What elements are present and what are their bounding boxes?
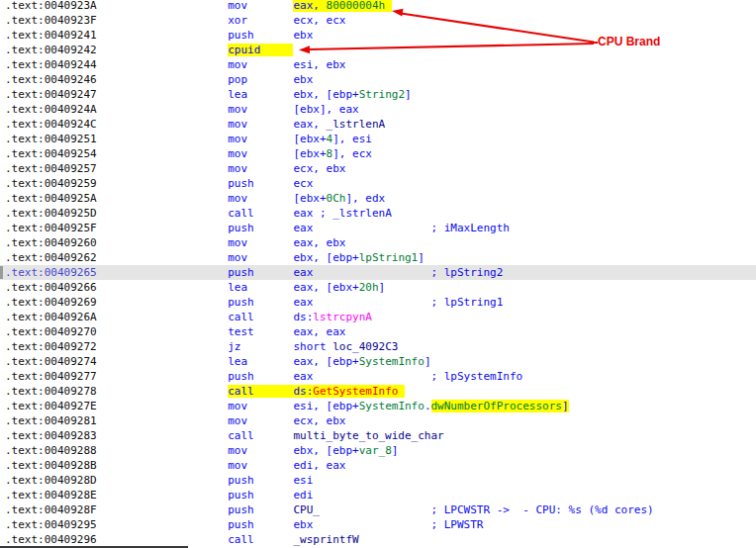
token: mov bbox=[228, 0, 293, 12]
token: ; LPWSTR bbox=[430, 518, 483, 531]
token: 0Ch bbox=[327, 192, 346, 205]
disasm-line[interactable]: .text:00409269 push eax ; lpString1 bbox=[0, 295, 756, 310]
token: mov bbox=[228, 118, 293, 131]
token: push bbox=[228, 489, 293, 502]
token: call bbox=[228, 311, 293, 323]
token: .text:00409262 bbox=[5, 251, 228, 264]
token: ; _lstrlenA bbox=[320, 207, 392, 220]
token: eax, [ebp+ bbox=[293, 355, 358, 368]
disasm-line[interactable]: .text:00409260 mov eax, ebx bbox=[0, 235, 756, 250]
token: eax, ebx bbox=[293, 236, 345, 249]
disasm-line[interactable]: .text:0040928E push edi bbox=[0, 488, 756, 502]
token: push bbox=[228, 222, 293, 234]
token: esi, ebx bbox=[293, 58, 345, 71]
token: [ebx+ bbox=[293, 133, 326, 145]
disassembly-listing: .text:0040923A mov eax, 80000004h .text:… bbox=[0, 0, 756, 547]
token: push bbox=[228, 518, 293, 531]
token: ebx bbox=[293, 518, 430, 531]
token: mov bbox=[228, 444, 293, 457]
token: eax bbox=[293, 296, 430, 309]
token: ecx, ebx bbox=[293, 162, 345, 175]
disasm-line[interactable]: .text:00409272 jz short loc_4092C3 bbox=[0, 339, 756, 354]
token: .text:00409296 bbox=[5, 533, 228, 546]
disasm-line[interactable]: .text:00409247 lea ebx, [ebp+String2] bbox=[0, 87, 756, 102]
highlighted-token: ds: bbox=[293, 385, 313, 398]
token: .text:0040924A bbox=[5, 103, 228, 116]
token: ds: bbox=[293, 311, 313, 323]
disasm-line[interactable]: .text:00409257 mov ecx, ebx bbox=[0, 161, 756, 176]
token: ebx, [ebp+ bbox=[293, 251, 358, 264]
disasm-line[interactable]: .text:00409278 call ds:GetSystemInfo bbox=[0, 384, 756, 399]
disasm-line[interactable]: .text:00409281 mov ecx, ebx bbox=[0, 413, 756, 428]
disasm-line[interactable]: .text:0040925D call eax ; _lstrlenA bbox=[0, 206, 756, 221]
disasm-line[interactable]: .text:0040928B mov edi, eax bbox=[0, 458, 756, 473]
disasm-line[interactable]: .text:0040923F xor ecx, ecx bbox=[0, 13, 756, 28]
token: .text:0040927E bbox=[5, 400, 228, 412]
token: .text:00409251 bbox=[5, 133, 228, 145]
disasm-line[interactable]: .text:00409259 push ecx bbox=[0, 176, 756, 191]
token: mov bbox=[228, 459, 293, 472]
token: esi, [ebp+ bbox=[293, 400, 358, 412]
token: push bbox=[228, 177, 293, 190]
disasm-line[interactable]: .text:0040925A mov [ebx+0Ch], edx bbox=[0, 191, 756, 206]
token: eax, eax bbox=[293, 325, 345, 338]
disasm-line[interactable]: .text:0040925F push eax ; iMaxLength bbox=[0, 221, 756, 235]
token: _wsprintfW bbox=[293, 533, 358, 546]
token: .text:0040925F bbox=[5, 222, 228, 234]
disasm-line[interactable]: .text:00409277 push eax ; lpSystemInfo bbox=[0, 369, 756, 384]
disasm-line[interactable]: .text:00409254 mov [ebx+8], ecx bbox=[0, 146, 756, 161]
token: mov bbox=[228, 251, 293, 264]
token: SystemInfo bbox=[359, 355, 425, 368]
token: multi_byte_to_wide_char bbox=[293, 429, 443, 442]
token: mov bbox=[228, 162, 293, 175]
token: .text:0040924C bbox=[5, 118, 228, 131]
highlighted-token: GetSystemInfo bbox=[313, 385, 405, 398]
token: CPU_ bbox=[293, 503, 320, 516]
token: push bbox=[228, 370, 293, 383]
disasm-line[interactable]: .text:00409274 lea eax, [ebp+SystemInfo] bbox=[0, 354, 756, 369]
token: String2 bbox=[359, 88, 405, 101]
disasm-line[interactable]: .text:00409283 call multi_byte_to_wide_c… bbox=[0, 428, 756, 443]
token: ] bbox=[379, 281, 386, 294]
token: ] bbox=[425, 355, 431, 368]
disasm-line[interactable]: .text:00409266 lea eax, [ebx+20h] bbox=[0, 280, 756, 295]
disasm-line[interactable]: .text:00409244 mov esi, ebx bbox=[0, 57, 756, 72]
disasm-line[interactable]: .text:00409288 mov ebx, [ebp+var_8] bbox=[0, 443, 756, 458]
disasm-line[interactable]: .text:0040928D push esi bbox=[0, 473, 756, 488]
token: ] bbox=[392, 444, 399, 457]
disasm-line[interactable]: .text:0040924A mov [ebx], eax bbox=[0, 102, 756, 117]
disasm-line[interactable]: .text:0040923A mov eax, 80000004h bbox=[0, 0, 756, 13]
token: lea bbox=[228, 281, 293, 294]
token: ] bbox=[405, 88, 412, 101]
disasm-line[interactable]: .text:0040927E mov esi, [ebp+SystemInfo.… bbox=[0, 399, 756, 413]
token: .text:0040923F bbox=[5, 14, 228, 27]
disasm-line[interactable]: .text:0040928F push CPU_ ; LPCWSTR -> - … bbox=[0, 502, 756, 517]
token: var_8 bbox=[359, 444, 392, 457]
token: ; LPCWSTR -> - CPU: %s (%d cores) bbox=[431, 503, 654, 516]
token: [ebx+ bbox=[293, 192, 326, 205]
disasm-line[interactable]: .text:00409295 push ebx ; LPWSTR bbox=[0, 517, 756, 532]
token: ], esi bbox=[332, 133, 372, 145]
token: _lstrlenA bbox=[327, 118, 386, 131]
disasm-line[interactable]: .text:00409296 call _wsprintfW bbox=[0, 532, 756, 547]
disasm-line[interactable]: .text:00409262 mov ebx, [ebp+lpString1] bbox=[0, 250, 756, 265]
disasm-line[interactable]: .text:00409246 pop ebx bbox=[0, 72, 756, 87]
token bbox=[320, 503, 431, 516]
disasm-line[interactable]: .text:00409251 mov [ebx+4], esi bbox=[0, 132, 756, 146]
token: .text:0040928E bbox=[5, 489, 228, 502]
token: eax bbox=[293, 222, 430, 234]
disasm-line-selected[interactable]: .text:00409265 push eax ; lpString2 bbox=[0, 265, 756, 280]
token: eax bbox=[293, 266, 430, 279]
token: lea bbox=[228, 355, 293, 368]
disasm-line[interactable]: .text:00409270 test eax, eax bbox=[0, 324, 756, 339]
token: call bbox=[228, 429, 293, 442]
disasm-line[interactable]: .text:0040926A call ds:lstrcpynA bbox=[0, 310, 756, 324]
token: mov bbox=[228, 192, 293, 205]
token: ebx, [ebp+ bbox=[293, 88, 358, 101]
token: .text:00409278 bbox=[5, 385, 228, 398]
disasm-line[interactable]: .text:0040924C mov eax, _lstrlenA bbox=[0, 117, 756, 132]
token: .text:00409272 bbox=[5, 340, 228, 353]
token: .text:00409270 bbox=[5, 325, 228, 338]
token: eax, bbox=[293, 118, 326, 131]
highlighted-token: 80000004h bbox=[327, 0, 392, 12]
